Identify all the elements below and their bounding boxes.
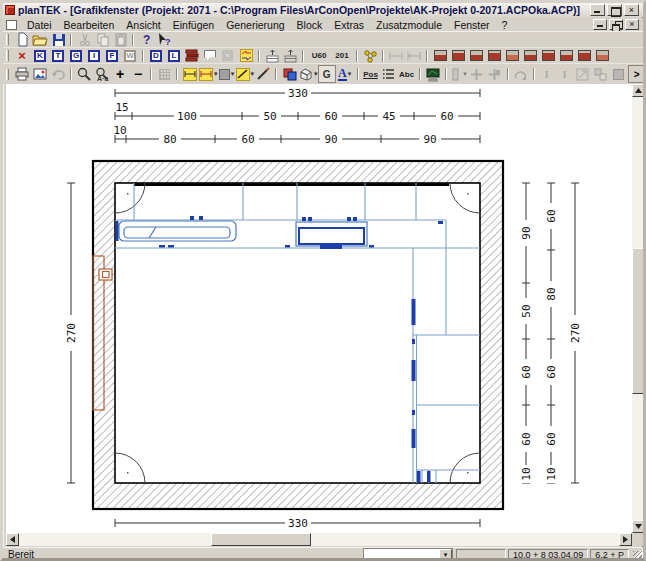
- mdi-close-button[interactable]: ×: [625, 19, 639, 30]
- tool-g-button[interactable]: G: [67, 48, 85, 63]
- help-button[interactable]: ?: [137, 32, 155, 47]
- dimension-tool-2-button[interactable]: [405, 48, 423, 63]
- tool-w-button[interactable]: W: [121, 48, 139, 63]
- drawing-canvas[interactable]: 330 15 100 50 60 45 60 10 80 60 90 90 27…: [6, 84, 632, 533]
- wall-tool-1-button[interactable]: [431, 48, 449, 63]
- ibeam-1-button[interactable]: I: [538, 65, 556, 83]
- catalog-button[interactable]: [183, 48, 201, 63]
- link-button[interactable]: [361, 48, 379, 63]
- cross-point-button[interactable]: [486, 65, 504, 83]
- toolbar-grip[interactable]: [6, 34, 9, 45]
- text-style-button[interactable]: A▾: [336, 65, 354, 83]
- menu-block[interactable]: Block: [291, 18, 329, 32]
- zoom-button[interactable]: [75, 65, 93, 83]
- draw-line-button[interactable]: [254, 65, 272, 83]
- save-button[interactable]: [49, 32, 67, 47]
- menu-einfuegen[interactable]: Einfügen: [167, 18, 220, 32]
- pos-button[interactable]: Pos: [362, 65, 380, 83]
- insert-above-button[interactable]: [263, 48, 281, 63]
- wall-tool-10-button[interactable]: [593, 48, 611, 63]
- solid-button[interactable]: [610, 65, 628, 83]
- zoom-out-button[interactable]: −: [129, 65, 147, 83]
- annotation-button[interactable]: [201, 48, 219, 63]
- menu-generierung[interactable]: Generierung: [220, 18, 290, 32]
- toolbar-grip[interactable]: [6, 69, 9, 80]
- dimension-tool-1-button[interactable]: [387, 48, 405, 63]
- undo-button[interactable]: [49, 65, 67, 83]
- scroll-down-button[interactable]: [632, 520, 645, 533]
- horizontal-scroll-thumb[interactable]: [211, 533, 311, 546]
- new-document-button[interactable]: [13, 32, 31, 47]
- mdi-restore-button[interactable]: [609, 19, 623, 30]
- menu-extras[interactable]: Extras: [328, 18, 370, 32]
- combobox-dropdown-button[interactable]: ▾: [439, 549, 452, 560]
- more-tools-button[interactable]: >: [628, 65, 646, 83]
- wall-tool-4-button[interactable]: [485, 48, 503, 63]
- wall-tool-2-button[interactable]: [449, 48, 467, 63]
- object-3d-button[interactable]: ▾: [298, 65, 318, 83]
- tool-f-button[interactable]: F: [103, 48, 121, 63]
- toolbar-grip[interactable]: [6, 50, 9, 61]
- arrow-box-button[interactable]: [574, 65, 592, 83]
- vertical-scroll-thumb[interactable]: [632, 248, 646, 394]
- u60-button[interactable]: U60: [307, 48, 331, 63]
- line-style-button[interactable]: ▾: [236, 65, 255, 83]
- rotate-button[interactable]: [512, 65, 530, 83]
- zoom-text-button[interactable]: A·a: [93, 65, 111, 83]
- close-button[interactable]: ×: [624, 4, 639, 16]
- tool-d-button[interactable]: D: [147, 48, 165, 63]
- render-button[interactable]: [424, 65, 442, 83]
- zoom-in-button[interactable]: +: [111, 65, 129, 83]
- tool-l-button[interactable]: L: [165, 48, 183, 63]
- cross-section-button[interactable]: [468, 65, 486, 83]
- grid-button[interactable]: [155, 65, 173, 83]
- paste-button[interactable]: [111, 32, 129, 47]
- scroll-right-button[interactable]: [619, 533, 632, 546]
- wall-tool-6-button[interactable]: [521, 48, 539, 63]
- menu-fenster[interactable]: Fenster: [448, 18, 496, 32]
- insert-below-button[interactable]: [281, 48, 299, 63]
- copy-button[interactable]: [93, 32, 111, 47]
- delete-tool-button[interactable]: ×: [13, 48, 31, 63]
- fill-color-button[interactable]: ▾: [218, 65, 236, 83]
- dimension-show-button[interactable]: [181, 65, 199, 83]
- wall-tool-3-button[interactable]: [467, 48, 485, 63]
- code-201-button[interactable]: 201: [331, 48, 353, 63]
- list-button[interactable]: [380, 65, 398, 83]
- dimension-style-button[interactable]: ▾: [199, 65, 218, 83]
- wall-tool-7-button[interactable]: [539, 48, 557, 63]
- image-export-button[interactable]: [31, 65, 49, 83]
- tool-t-button[interactable]: T: [49, 48, 67, 63]
- tool-k-button[interactable]: K: [31, 48, 49, 63]
- wall-tool-9-button[interactable]: [575, 48, 593, 63]
- print-button[interactable]: [13, 65, 31, 83]
- color-mode-button[interactable]: [280, 65, 298, 83]
- minimize-button[interactable]: [590, 4, 605, 16]
- horizontal-scrollbar[interactable]: [6, 533, 632, 546]
- open-button[interactable]: [31, 32, 49, 47]
- update-button[interactable]: [237, 48, 255, 63]
- mdi-minimize-button[interactable]: [593, 19, 607, 30]
- menu-ansicht[interactable]: Ansicht: [120, 18, 166, 32]
- wall-tool-8-button[interactable]: [557, 48, 575, 63]
- ibeam-2-button[interactable]: I: [556, 65, 574, 83]
- resize-grip[interactable]: [631, 549, 643, 561]
- maximize-button[interactable]: [607, 4, 622, 16]
- context-help-button[interactable]: ?: [155, 32, 173, 47]
- column-button[interactable]: ▾: [450, 65, 468, 83]
- vertical-scrollbar[interactable]: [632, 84, 646, 533]
- tool-i-button[interactable]: I: [85, 48, 103, 63]
- mdi-document-icon[interactable]: [6, 20, 17, 30]
- boxes-button[interactable]: [592, 65, 610, 83]
- scroll-left-button[interactable]: [6, 533, 19, 546]
- scroll-up-button[interactable]: [632, 84, 645, 97]
- menu-zusatzmodule[interactable]: Zusatzmodule: [370, 18, 448, 32]
- wall-tool-5-button[interactable]: [503, 48, 521, 63]
- menu-datei[interactable]: Datei: [21, 18, 58, 32]
- menu-bearbeiten[interactable]: Bearbeiten: [58, 18, 121, 32]
- menu-hilfe[interactable]: ?: [496, 18, 514, 32]
- room-copy-button[interactable]: [219, 48, 237, 63]
- status-combobox[interactable]: ▾: [363, 548, 453, 561]
- guides-button[interactable]: G: [318, 65, 336, 83]
- abc-button[interactable]: Abc: [398, 65, 416, 83]
